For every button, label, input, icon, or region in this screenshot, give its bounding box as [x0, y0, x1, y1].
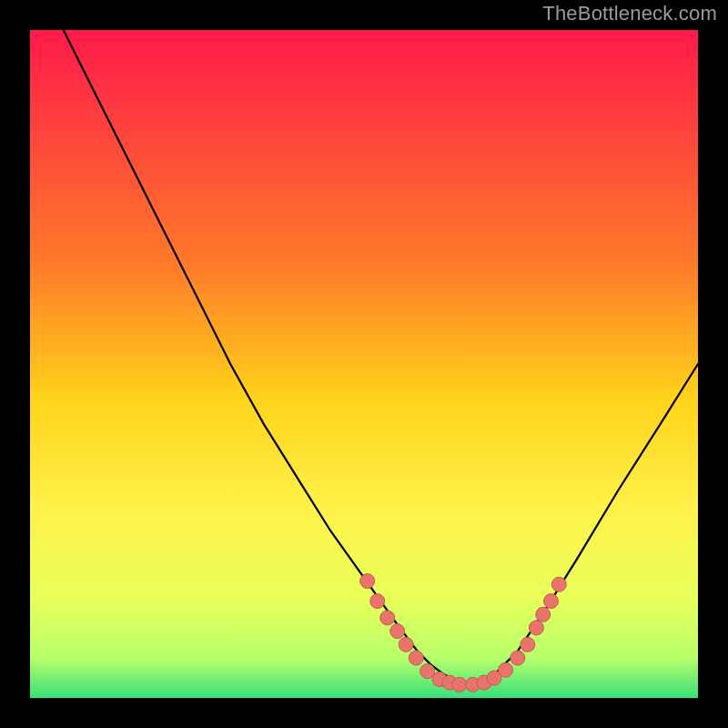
- chart-container: TheBottleneck.com: [0, 0, 728, 728]
- curve-marker: [536, 607, 551, 622]
- curve-marker: [452, 677, 467, 692]
- curve-marker: [551, 577, 566, 592]
- curve-marker: [380, 611, 395, 625]
- bottleneck-chart: [0, 0, 728, 728]
- curve-marker: [390, 624, 405, 639]
- curve-marker: [544, 594, 559, 609]
- attribution-text: TheBottleneck.com: [542, 2, 717, 25]
- curve-marker: [399, 637, 413, 652]
- curve-marker: [370, 594, 385, 609]
- curve-marker: [521, 637, 535, 652]
- plot-area: [30, 30, 698, 698]
- curve-marker: [409, 651, 423, 665]
- curve-marker: [360, 574, 375, 589]
- curve-marker: [499, 662, 513, 677]
- curve-marker: [511, 651, 525, 665]
- curve-marker: [529, 621, 543, 635]
